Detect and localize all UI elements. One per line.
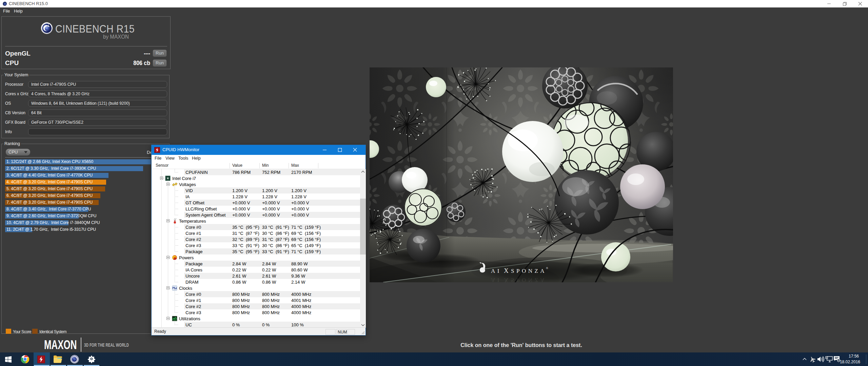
svg-text:X: X — [504, 267, 509, 274]
svg-text:AI: AI — [491, 268, 501, 274]
svg-text:X: X — [504, 277, 509, 282]
svg-text:SPONZA: SPONZA — [511, 268, 547, 274]
svg-text:SPONZA: SPONZA — [511, 277, 547, 282]
svg-text:AI: AI — [491, 277, 501, 282]
svg-text:®: ® — [546, 266, 548, 270]
